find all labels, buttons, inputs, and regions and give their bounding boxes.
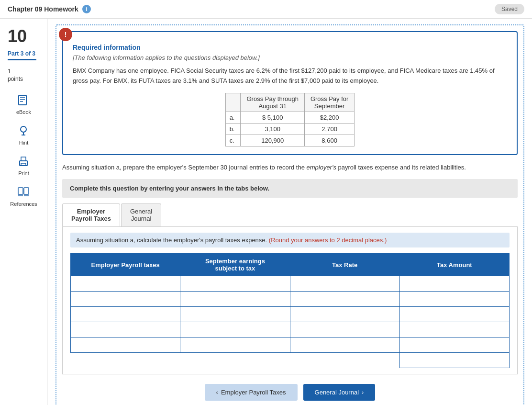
- input-col4-row1[interactable]: [404, 279, 505, 288]
- tab-employer-payroll-taxes[interactable]: EmployerPayroll Taxes: [62, 203, 120, 226]
- svg-rect-0: [19, 95, 26, 105]
- info-title: Required information: [73, 44, 507, 51]
- input-col2-row5[interactable]: [184, 340, 286, 349]
- row-c-col2: 8,600: [304, 135, 354, 146]
- table-header-blank: [225, 93, 241, 112]
- input-col4-row3[interactable]: [404, 310, 505, 319]
- cell-col2-row1[interactable]: [180, 276, 290, 292]
- input-col3-row2[interactable]: [294, 294, 396, 304]
- input-col3-row3[interactable]: [294, 310, 396, 319]
- col-header-tax-rate: Tax Rate: [290, 254, 399, 276]
- question-text: Assuming situation a, prepare the employ…: [62, 163, 518, 173]
- svg-rect-10: [18, 188, 23, 194]
- total-row: [71, 353, 510, 368]
- hint-label: Hint: [19, 140, 29, 146]
- complete-box-text: Complete this question by entering your …: [70, 185, 269, 192]
- input-col1-row3[interactable]: [75, 310, 176, 319]
- cell-col2-row2[interactable]: [180, 292, 290, 307]
- cell-col2-row3[interactable]: [180, 307, 290, 322]
- total-amount-input[interactable]: [404, 356, 505, 365]
- input-col4-row2[interactable]: [404, 294, 505, 304]
- cell-col3-row5[interactable]: [290, 338, 399, 353]
- print-label: Print: [18, 170, 29, 176]
- info-box: ! Required information [The following in…: [62, 31, 518, 155]
- tabs-wrapper: EmployerPayroll Taxes GeneralJournal Ass…: [62, 203, 518, 374]
- row-c-col1: 120,900: [241, 135, 304, 146]
- input-col2-row2[interactable]: [184, 294, 286, 304]
- input-col2-row3[interactable]: [184, 310, 286, 319]
- input-col4-row5[interactable]: [404, 340, 505, 349]
- col-header-tax-amount: Tax Amount: [399, 254, 509, 276]
- payroll-table: Employer Payroll taxes September earning…: [70, 253, 510, 368]
- question-number: 10: [8, 26, 27, 46]
- complete-box: Complete this question by entering your …: [62, 179, 518, 198]
- cell-col2-row4[interactable]: [180, 322, 290, 338]
- next-label: General Journal: [315, 389, 359, 396]
- input-col1-row4[interactable]: [75, 325, 176, 334]
- cell-col4-row1[interactable]: [399, 276, 509, 292]
- cell-col3-row2[interactable]: [290, 292, 399, 307]
- row-label-a: a.: [225, 112, 241, 123]
- input-col4-row4[interactable]: [404, 325, 505, 334]
- next-chevron: ›: [362, 389, 364, 396]
- next-button[interactable]: General Journal ›: [303, 384, 376, 401]
- row-label-c: c.: [225, 135, 241, 146]
- input-col3-row5[interactable]: [294, 340, 396, 349]
- row-a-col2: $2,200: [304, 112, 354, 123]
- total-amount-cell[interactable]: [399, 353, 509, 368]
- cell-col1-row3[interactable]: [71, 307, 180, 322]
- svg-point-4: [21, 126, 26, 132]
- info-icon[interactable]: i: [82, 5, 91, 13]
- cell-col4-row3[interactable]: [399, 307, 509, 322]
- alert-icon: !: [59, 28, 72, 41]
- sidebar-item-print[interactable]: Print: [17, 155, 30, 176]
- cell-col1-row5[interactable]: [71, 338, 180, 353]
- nav-buttons: ‹ Employer Payroll Taxes General Journal…: [62, 384, 518, 401]
- info-data-table: Gross Pay throughAugust 31 Gross Pay for…: [225, 93, 355, 146]
- print-icon: [17, 155, 30, 169]
- total-empty-2: [180, 353, 290, 368]
- input-col2-row4[interactable]: [184, 325, 286, 334]
- cell-col4-row4[interactable]: [399, 322, 509, 338]
- sidebar-item-ebook[interactable]: eBook: [16, 94, 31, 115]
- table-row: a. $ 5,100 $2,200: [225, 112, 355, 123]
- col-header-employer-payroll: Employer Payroll taxes: [71, 254, 180, 276]
- ebook-label: eBook: [16, 109, 31, 115]
- sidebar-item-hint[interactable]: Hint: [17, 124, 30, 146]
- svg-rect-11: [24, 188, 29, 194]
- cell-col1-row2[interactable]: [71, 292, 180, 307]
- table-row: b. 3,100 2,700: [225, 123, 355, 135]
- cell-col3-row1[interactable]: [290, 276, 399, 292]
- input-col1-row2[interactable]: [75, 294, 176, 304]
- col-header-sep-earnings: September earningssubject to tax: [180, 254, 290, 276]
- table-row: [71, 276, 510, 292]
- row-b-col2: 2,700: [304, 123, 354, 135]
- outer-dotted-border: ! Required information [The following in…: [55, 24, 524, 405]
- prev-button[interactable]: ‹ Employer Payroll Taxes: [205, 384, 298, 401]
- table-header-gross-aug: Gross Pay throughAugust 31: [241, 93, 304, 112]
- sidebar-item-references[interactable]: References: [10, 186, 37, 207]
- row-b-col1: 3,100: [241, 123, 304, 135]
- tab-general-journal[interactable]: GeneralJournal: [121, 203, 161, 226]
- input-col1-row5[interactable]: [75, 340, 176, 349]
- input-col2-row1[interactable]: [184, 279, 286, 288]
- row-a-col1: $ 5,100: [241, 112, 304, 123]
- row-label-b: b.: [225, 123, 241, 135]
- cell-col4-row2[interactable]: [399, 292, 509, 307]
- cell-col4-row5[interactable]: [399, 338, 509, 353]
- input-col3-row1[interactable]: [294, 279, 396, 288]
- input-col3-row4[interactable]: [294, 325, 396, 334]
- cell-col1-row4[interactable]: [71, 322, 180, 338]
- part-bar: [8, 59, 36, 60]
- references-icon: [17, 186, 30, 199]
- cell-col2-row5[interactable]: [180, 338, 290, 353]
- top-header: Chapter 09 Homework i Saved: [0, 0, 532, 19]
- tabs-container: EmployerPayroll Taxes GeneralJournal: [62, 203, 518, 226]
- instructions-bar: Assuming situation a, calculate the empl…: [70, 233, 510, 248]
- points-val: points: [8, 76, 23, 82]
- input-col1-row1[interactable]: [75, 279, 176, 288]
- points-label: 1: [8, 68, 11, 75]
- cell-col1-row1[interactable]: [71, 276, 180, 292]
- cell-col3-row4[interactable]: [290, 322, 399, 338]
- cell-col3-row3[interactable]: [290, 307, 399, 322]
